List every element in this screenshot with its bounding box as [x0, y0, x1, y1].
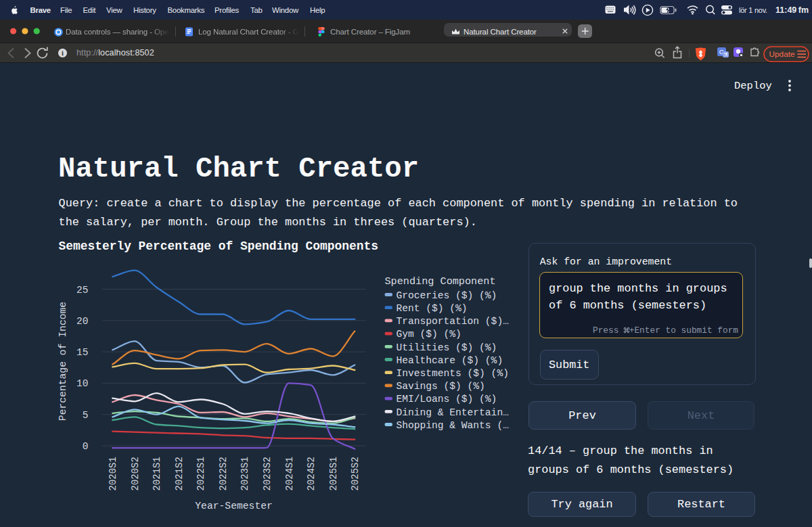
svg-text:10: 10: [76, 378, 88, 389]
svg-text:2020S2: 2020S2: [130, 457, 141, 490]
svg-text:2020S1: 2020S1: [108, 457, 118, 490]
svg-text:2021S2: 2021S2: [174, 457, 185, 490]
svg-text:Percentage of Income: Percentage of Income: [58, 302, 68, 421]
svg-text:EMI/Loans ($) (%): EMI/Loans ($) (%): [397, 394, 497, 405]
svg-text:Shopping & Wants (…: Shopping & Wants (…: [397, 420, 509, 431]
svg-text:Groceries ($) (%): Groceries ($) (%): [397, 290, 497, 301]
svg-text:5: 5: [83, 410, 89, 421]
svg-text:2023S1: 2023S1: [240, 457, 250, 490]
svg-text:Savings ($) (%): Savings ($) (%): [397, 381, 485, 392]
svg-text:2024S1: 2024S1: [284, 457, 295, 490]
svg-text:Investments ($) (%): Investments ($) (%): [397, 368, 509, 379]
svg-text:Year-Semester: Year-Semester: [195, 501, 273, 511]
svg-text:2022S1: 2022S1: [196, 457, 206, 490]
svg-text:2021S1: 2021S1: [152, 457, 162, 490]
svg-text:20: 20: [76, 316, 88, 327]
svg-text:15: 15: [76, 347, 88, 358]
svg-text:Healthcare ($) (%): Healthcare ($) (%): [397, 355, 503, 366]
svg-text:Gym ($) (%): Gym ($) (%): [397, 329, 461, 340]
svg-text:2022S2: 2022S2: [218, 457, 229, 490]
svg-text:2025S2: 2025S2: [350, 457, 361, 490]
svg-text:2025S1: 2025S1: [328, 457, 339, 490]
svg-text:Utilities ($) (%): Utilities ($) (%): [397, 342, 497, 353]
svg-text:Transportation ($)…: Transportation ($)…: [397, 316, 509, 327]
svg-text:Rent ($) (%): Rent ($) (%): [397, 303, 468, 314]
svg-text:25: 25: [76, 285, 88, 296]
svg-text:Dining & Entertain…: Dining & Entertain…: [397, 407, 509, 418]
svg-text:2023S2: 2023S2: [262, 457, 273, 490]
svg-text:0: 0: [83, 441, 89, 452]
svg-text:Spending Component: Spending Component: [385, 275, 496, 288]
svg-text:2024S2: 2024S2: [306, 457, 317, 490]
